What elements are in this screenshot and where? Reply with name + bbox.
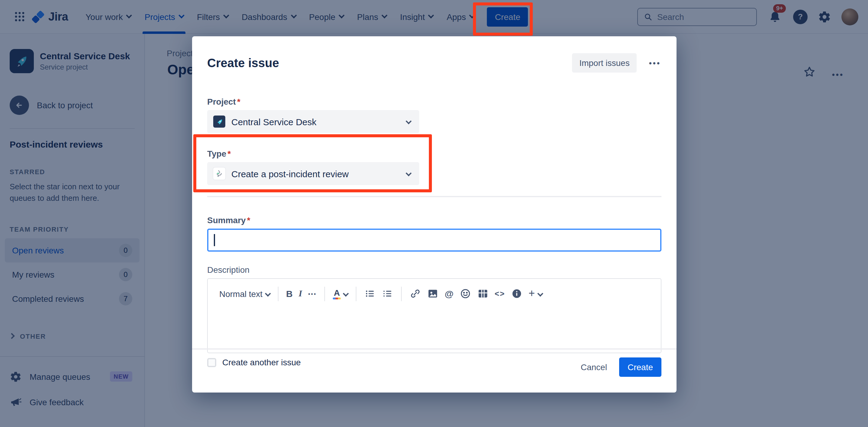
required-mark: *	[227, 149, 231, 159]
divider	[207, 196, 661, 197]
modal-more-button[interactable]: •••	[647, 56, 663, 70]
ellipsis-icon: •••	[649, 58, 661, 67]
create-issue-modal: Create issue Import issues ••• Project* …	[192, 36, 677, 393]
numbered-list-icon	[382, 288, 393, 300]
ellipsis-icon: •••	[308, 291, 317, 297]
summary-field-label: Summary*	[207, 215, 661, 225]
bullet-list-icon	[364, 288, 376, 300]
text-cursor	[214, 234, 215, 246]
page: Jira Your work Projects Filters Dashboar…	[0, 0, 868, 427]
toolbar-separator	[324, 286, 325, 301]
type-field-label: Type*	[207, 149, 661, 159]
editor-toolbar: Normal text B I ••• A	[208, 279, 661, 303]
mention-icon: @	[444, 288, 453, 299]
type-select[interactable]: Create a post-incident review	[207, 162, 419, 185]
table-icon	[477, 288, 489, 300]
chevron-down-icon	[406, 170, 412, 176]
text-color-button[interactable]: A	[330, 285, 351, 302]
link-button[interactable]	[406, 285, 424, 303]
numbered-list-button[interactable]	[379, 285, 396, 303]
chevron-down-icon	[537, 291, 543, 297]
cancel-button[interactable]: Cancel	[575, 359, 613, 376]
modal-footer: Create another issue Cancel Create	[192, 348, 677, 393]
toolbar-separator	[356, 286, 356, 301]
import-issues-button[interactable]: Import issues	[572, 53, 637, 73]
table-button[interactable]	[474, 285, 492, 303]
description-editor[interactable]: Normal text B I ••• A	[207, 278, 661, 353]
text-color-icon: A	[333, 288, 341, 299]
modal-body: Project* Central Service Desk Type*	[192, 97, 677, 353]
info-panel-button[interactable]	[508, 285, 526, 303]
microscope-icon	[213, 168, 225, 180]
image-button[interactable]	[424, 285, 441, 303]
link-icon	[409, 288, 421, 300]
project-select[interactable]: Central Service Desk	[207, 110, 419, 133]
chevron-down-icon	[265, 291, 271, 297]
modal-title: Create issue	[207, 56, 279, 70]
text-style-dropdown[interactable]: Normal text	[216, 286, 273, 302]
image-icon	[427, 288, 438, 300]
summary-input-wrap	[207, 229, 661, 252]
checkbox[interactable]	[207, 358, 216, 367]
mention-button[interactable]: @	[441, 285, 456, 302]
required-mark: *	[247, 215, 250, 225]
project-field-label: Project*	[207, 97, 661, 107]
modal-header: Create issue Import issues •••	[192, 36, 677, 73]
italic-button[interactable]: I	[296, 285, 305, 302]
bullet-list-button[interactable]	[361, 285, 379, 303]
project-select-value: Central Service Desk	[231, 116, 401, 127]
info-icon	[511, 288, 523, 300]
code-button[interactable]: <>	[492, 286, 508, 301]
code-icon: <>	[495, 289, 505, 298]
summary-input[interactable]	[207, 229, 661, 252]
insert-more-button[interactable]: +	[526, 286, 545, 301]
project-avatar	[213, 116, 225, 127]
description-field-label: Description	[207, 265, 661, 275]
bold-button[interactable]: B	[283, 285, 296, 302]
type-select-value: Create a post-incident review	[231, 168, 401, 179]
toolbar-separator	[401, 286, 402, 301]
required-mark: *	[237, 97, 240, 107]
emoji-button[interactable]	[457, 285, 474, 303]
emoji-icon	[460, 288, 471, 300]
chevron-down-icon	[343, 291, 349, 297]
plus-icon: +	[529, 289, 535, 298]
chevron-down-icon	[406, 118, 412, 124]
more-formatting-button[interactable]: •••	[305, 288, 320, 300]
create-submit-button[interactable]: Create	[619, 358, 661, 377]
create-another-toggle[interactable]: Create another issue	[207, 358, 301, 367]
toolbar-separator	[278, 286, 278, 301]
